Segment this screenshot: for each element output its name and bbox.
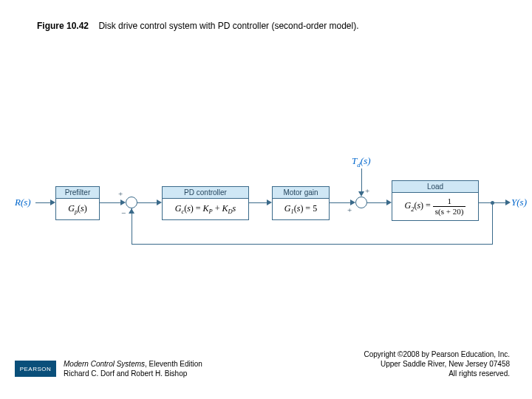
wire	[35, 202, 52, 203]
sum-minus: −	[121, 208, 126, 217]
arrow-icon	[267, 200, 272, 205]
copyright-line: Copyright ©2008 by Pearson Education, In…	[364, 349, 511, 359]
footer-left: PEARSON Modern Control Systems, Eleventh…	[15, 359, 202, 378]
block-tf: G2(s) = 1 s(s + 20)	[392, 192, 479, 221]
block-load: Load G2(s) = 1 s(s + 20)	[392, 180, 479, 221]
figure-caption: Figure 10.42 Disk drive control system w…	[37, 21, 359, 31]
arrow-icon	[386, 200, 392, 205]
arrow-icon	[505, 200, 511, 205]
disturbance-signal-label: Td(s)	[352, 155, 371, 168]
block-pd-controller: PD controller Gc(s) = KP + KDs	[162, 186, 249, 220]
block-diagram: R(s) Prefilter Gp(s) + − PD controller G…	[0, 148, 532, 281]
arrow-icon	[129, 208, 134, 214]
copyright-line: Upper Saddle River, New Jersey 07458	[364, 359, 511, 369]
block-tf: G1(s) = 5	[272, 198, 330, 220]
sum-plus: +	[118, 189, 123, 198]
book-authors: Richard C. Dorf and Robert H. Bishop	[64, 369, 202, 378]
wire	[100, 202, 122, 203]
input-signal-label: R(s)	[15, 197, 31, 208]
figure-text: Disk drive control system with PD contro…	[98, 21, 358, 31]
block-motor-gain: Motor gain G1(s) = 5	[272, 186, 330, 220]
summing-junction-1	[126, 197, 137, 208]
copyright-line: All rights reserved.	[364, 369, 511, 378]
output-signal-label: Y(s)	[511, 197, 527, 208]
block-title: Motor gain	[272, 186, 330, 198]
arrow-icon	[157, 200, 162, 205]
block-title: Prefilter	[55, 186, 100, 198]
arrow-icon	[50, 200, 55, 205]
arrow-icon	[120, 200, 126, 205]
block-title: PD controller	[162, 186, 249, 198]
footer: PEARSON Modern Control Systems, Eleventh…	[0, 349, 532, 378]
wire	[330, 202, 352, 203]
wire	[492, 202, 493, 244]
block-prefilter: Prefilter Gp(s)	[55, 186, 100, 220]
figure-number: Figure 10.42	[37, 21, 89, 31]
book-info: Modern Control Systems, Eleventh Edition…	[64, 359, 202, 378]
wire	[132, 244, 493, 245]
wire	[249, 202, 268, 203]
wire	[361, 168, 362, 194]
block-title: Load	[392, 180, 479, 192]
block-tf: Gc(s) = KP + KDs	[162, 198, 249, 220]
wire	[367, 202, 388, 203]
summing-junction-2	[355, 197, 367, 208]
pearson-logo: PEARSON	[15, 361, 56, 377]
wire	[137, 202, 158, 203]
arrow-icon	[350, 200, 355, 205]
sum-plus: +	[365, 186, 369, 195]
wire	[132, 208, 132, 245]
block-tf: Gp(s)	[55, 198, 100, 220]
arrow-icon	[358, 191, 364, 197]
book-edition: , Eleventh Edition	[145, 360, 202, 368]
sum-plus: +	[347, 205, 352, 214]
book-title: Modern Control Systems	[64, 360, 145, 368]
copyright: Copyright ©2008 by Pearson Education, In…	[364, 349, 511, 378]
